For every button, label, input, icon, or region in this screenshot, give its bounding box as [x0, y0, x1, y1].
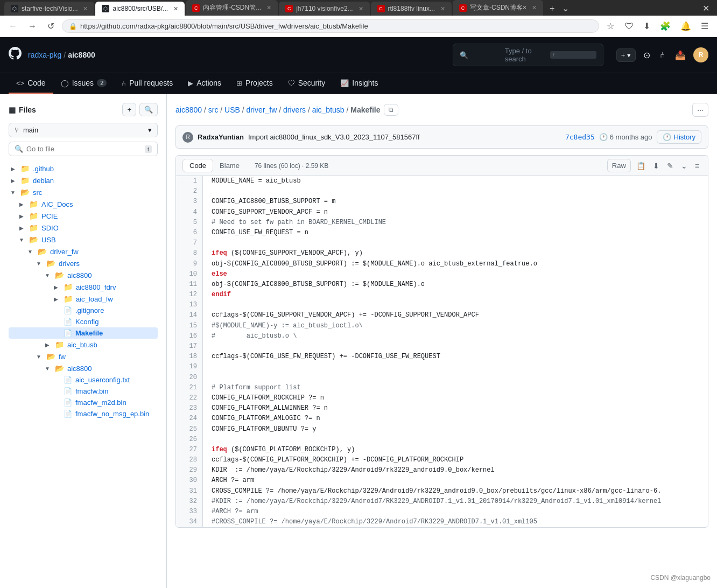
tree-item-kconfig[interactable]: 📄 Kconfig	[9, 316, 158, 327]
line-number: 7	[176, 238, 203, 248]
tree-item-makefile[interactable]: 📄 Makefile	[9, 327, 158, 339]
forward-button[interactable]: →	[25, 19, 40, 33]
tree-item-fmacfwnomsg[interactable]: 📄 fmacfw_no_msg_ep.bin	[9, 408, 158, 419]
file-path-root[interactable]: aic8800	[175, 106, 202, 114]
symbols-button[interactable]: ≡	[693, 159, 701, 172]
search-box[interactable]: 🔍 Type / to search /	[453, 44, 603, 66]
bookmark-button[interactable]: ☆	[603, 19, 617, 33]
file-path-usb[interactable]: USB	[224, 106, 240, 114]
tree-item-driverfw[interactable]: ▼ 📂 driver_fw	[9, 246, 158, 257]
copy-path-button[interactable]: ⧉	[384, 104, 398, 116]
folder-icon: 📁	[29, 212, 38, 220]
tab-2[interactable]: ⬡ aic8800/src/USB/... ✕	[95, 2, 185, 16]
tree-item-aic8800fdrv-name: aic8800_fdrv	[76, 283, 116, 291]
menu-button[interactable]: ☰	[698, 19, 712, 33]
tree-item-pcie[interactable]: ▶ 📁 PCIE	[9, 210, 158, 222]
add-file-button[interactable]: +	[122, 103, 136, 116]
tab-6-close[interactable]: ✕	[532, 4, 537, 11]
line-number: 20	[176, 373, 203, 383]
go-to-file-input[interactable]	[26, 145, 142, 153]
search-icon: 🔍	[460, 51, 501, 59]
tree-item-github[interactable]: ▶ 📁 .github	[9, 163, 158, 174]
history-button[interactable]: 🕐 History	[657, 130, 701, 144]
issues-icon[interactable]: ⊙	[641, 48, 652, 62]
commit-hash[interactable]: 7c8ed35	[565, 133, 595, 141]
collapse-arrow: ▼	[17, 237, 26, 243]
file-path-drivers[interactable]: drivers	[283, 106, 306, 114]
search-sidebar-button[interactable]: 🔍	[139, 103, 158, 116]
tab-list-button[interactable]: ⌄	[559, 1, 572, 16]
nav-code[interactable]: <> Code	[9, 73, 53, 94]
tree-item-aic8800dir[interactable]: ▼ 📂 aic8800	[9, 269, 158, 281]
sidebar-search[interactable]: 🔍 t	[9, 142, 158, 156]
address-bar[interactable]: 🔒 https://github.com/radxa-pkg/aic8800/b…	[62, 19, 599, 33]
extensions-button[interactable]: 🧩	[657, 19, 674, 33]
nav-insights[interactable]: 📈 Insights	[333, 73, 385, 94]
edit-file-button[interactable]: ✎	[665, 159, 676, 172]
tab-3[interactable]: C 内容管理-CSDN管... ✕	[186, 0, 278, 16]
tree-item-gitignore[interactable]: 📄 .gitignore	[9, 305, 158, 316]
tab-3-favicon: C	[192, 4, 200, 12]
search-slash: /	[550, 51, 596, 59]
line-number: 10	[176, 269, 203, 279]
tab-code[interactable]: Code	[182, 159, 213, 172]
tab-2-close[interactable]: ✕	[173, 5, 178, 12]
tree-item-usb[interactable]: ▼ 📂 USB	[9, 234, 158, 246]
file-path-aicbtusb[interactable]: aic_btusb	[312, 106, 345, 114]
tree-item-drivers[interactable]: ▼ 📂 drivers	[9, 257, 158, 269]
tab-5-close[interactable]: ✕	[440, 5, 445, 12]
tree-item-fmacfwm2d[interactable]: 📄 fmacfw_m2d.bin	[9, 397, 158, 408]
tree-item-aicloadfw[interactable]: ▶ 📁 aic_load_fw	[9, 293, 158, 305]
github-search[interactable]: 🔍 Type / to search /	[453, 44, 603, 66]
reload-button[interactable]: ↺	[44, 19, 58, 33]
shield-icon[interactable]: 🛡	[622, 19, 637, 33]
tab-1[interactable]: ⬡ starfive-tech/Visio... ✕	[4, 2, 94, 16]
nav-actions[interactable]: ▶ Actions	[180, 73, 229, 94]
tree-item-debian[interactable]: ▶ 📁 debian	[9, 174, 158, 186]
tree-item-aicbtusb[interactable]: ▶ 📁 aic_btusb	[9, 339, 158, 351]
new-tab-button[interactable]: +	[546, 2, 558, 16]
download-button[interactable]: ⬇	[640, 19, 653, 33]
new-item-button[interactable]: + ▾	[616, 48, 636, 62]
tab-6[interactable]: C 写文章-CSDN博客× ✕	[453, 0, 543, 16]
tree-item-fmacfwbin[interactable]: 📄 fmacfw.bin	[9, 386, 158, 397]
raw-button[interactable]: Raw	[607, 159, 631, 172]
code-line: 18ccflags-$(CONFIG_USE_FW_REQUEST) += -D…	[176, 352, 708, 362]
github-logo[interactable]	[9, 47, 22, 63]
copy-code-button[interactable]: 📋	[634, 159, 648, 172]
inbox-icon[interactable]: 📥	[673, 48, 688, 62]
breadcrumb-org[interactable]: radxa-pkg	[28, 51, 61, 59]
tree-item-fw[interactable]: ▼ 📂 fw	[9, 351, 158, 362]
file-path-driverfw[interactable]: driver_fw	[247, 106, 277, 114]
tab-5[interactable]: C rtl8188ftv linux... ✕	[371, 2, 452, 16]
nav-security[interactable]: 🛡 Security	[280, 73, 333, 94]
tab-4[interactable]: C jh7110 visionfive2... ✕	[279, 2, 369, 16]
pull-requests-icon[interactable]: ⑃	[658, 48, 667, 62]
tab-blame[interactable]: Blame	[213, 159, 246, 172]
close-window-button[interactable]: ✕	[699, 1, 713, 16]
branch-selector[interactable]: ⑂ main ▾	[9, 123, 158, 137]
avatar[interactable]: R	[693, 47, 708, 62]
nav-projects[interactable]: ⊞ Projects	[229, 73, 280, 94]
tab-4-close[interactable]: ✕	[359, 5, 363, 12]
tree-item-sdio[interactable]: ▶ 📁 SDIO	[9, 222, 158, 234]
line-content: #CROSS_COMPILE ?= /home/yaya/E/Rockchip/…	[203, 517, 546, 527]
tree-item-aicdocs[interactable]: ▶ 📁 AIC_Docs	[9, 198, 158, 210]
tree-item-aic8800fdrv[interactable]: ▶ 📁 aic8800_fdrv	[9, 281, 158, 293]
edit-more-button[interactable]: ⌄	[679, 159, 690, 172]
tree-item-aicuserconfig[interactable]: 📄 aic_userconfig.txt	[9, 374, 158, 386]
download-file-button[interactable]: ⬇	[651, 159, 662, 172]
line-content: ifeq ($(CONFIG_PLATFORM_ROCKCHIP), y)	[203, 445, 363, 455]
tree-item-aic8800dir-name: aic8800	[67, 271, 92, 279]
file-path-src[interactable]: src	[208, 106, 219, 114]
tab-3-close[interactable]: ✕	[266, 4, 271, 11]
breadcrumb-repo[interactable]: aic8800	[68, 51, 95, 59]
back-button[interactable]: ←	[5, 19, 20, 33]
tab-1-close[interactable]: ✕	[83, 5, 88, 12]
tree-item-aic8800fw[interactable]: ▼ 📂 aic8800	[9, 362, 158, 374]
nav-issues[interactable]: ◯ Issues 2	[53, 73, 115, 94]
tree-item-src[interactable]: ▼ 📂 src	[9, 186, 158, 198]
nav-pulls[interactable]: ⑃ Pull requests	[114, 73, 180, 94]
file-more-button[interactable]: ···	[692, 103, 708, 117]
notification-button[interactable]: 🔔	[677, 19, 694, 33]
